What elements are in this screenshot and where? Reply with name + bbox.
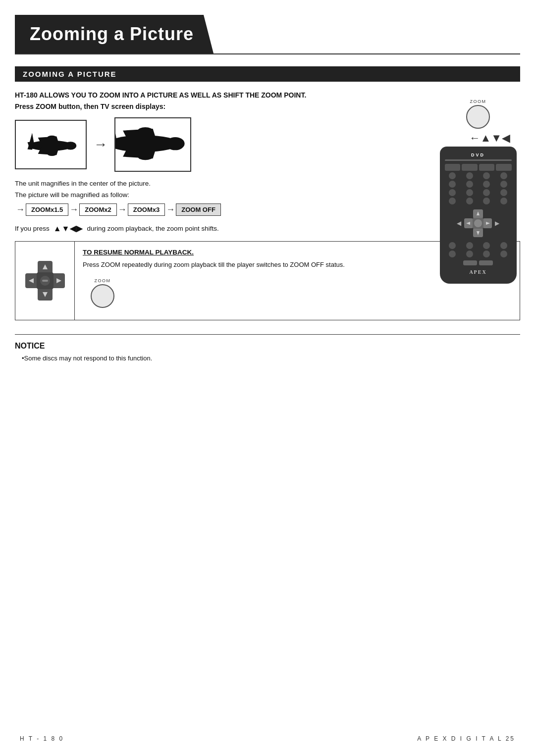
seq-arrow3: → — [118, 204, 127, 215]
remote-round-12 — [500, 189, 507, 196]
remote-transport — [445, 260, 512, 265]
remote-top-bar — [445, 159, 512, 161]
plane-small-image — [15, 120, 87, 169]
zoom-arrow-icon: → — [94, 137, 107, 152]
svg-point-17 — [138, 127, 153, 134]
remote-arrow-indicator: ←▲▼◀ — [436, 132, 510, 145]
remote-bot-5 — [449, 251, 456, 257]
remote-bot-1 — [449, 242, 456, 249]
remote-btn-2 — [462, 164, 478, 171]
remote-dpad-area: ◀ ▶ — [445, 208, 512, 238]
zoom-circle-button — [91, 284, 114, 308]
remote-control: ZOOM ←▲▼◀ DVD — [436, 99, 520, 284]
remote-btn-4 — [496, 164, 512, 171]
remote-logo: DVD — [445, 151, 512, 157]
remote-zoom-label: ZOOM — [436, 99, 520, 104]
dpad-image — [15, 242, 75, 320]
remote-transport-2 — [479, 260, 493, 265]
zoom-off: ZOOM OFF — [176, 203, 221, 216]
svg-point-34 — [474, 219, 482, 227]
if-you-press-label: If you press — [15, 225, 50, 232]
remote-round-4 — [500, 172, 507, 179]
section-bar: ZOOMING A PICTURE — [15, 66, 520, 82]
remote-right-icon: ▶ — [495, 220, 499, 227]
remote-round-14 — [466, 198, 473, 204]
remote-round-16 — [500, 198, 507, 204]
svg-marker-6 — [28, 146, 34, 150]
svg-point-1 — [65, 142, 77, 150]
remote-round-1 — [449, 172, 456, 179]
remote-bot-8 — [500, 251, 507, 257]
page-footer: H T - 1 8 0 A P E X D I G I T A L 25 — [0, 735, 535, 742]
remote-bottom-buttons — [445, 242, 512, 257]
remote-transport-1 — [463, 260, 477, 265]
notice-title: NOTICE — [15, 342, 520, 351]
svg-point-10 — [166, 137, 185, 150]
remote-bot-2 — [466, 242, 473, 249]
zoom-step-3: ZOOMx3 — [128, 203, 165, 216]
svg-point-16 — [138, 153, 153, 160]
zoom-step-2: ZOOMx2 — [79, 203, 116, 216]
remote-bot-4 — [500, 242, 507, 249]
remote-round-15 — [483, 198, 490, 204]
svg-point-8 — [47, 135, 56, 139]
remote-round-5 — [449, 181, 456, 188]
remote-zoom-circle — [466, 105, 490, 129]
zoom-step-1: ZOOMx1.5 — [26, 203, 68, 216]
remote-bot-7 — [483, 251, 490, 257]
notice-item: •Some discs may not respond to this func… — [22, 354, 520, 362]
remote-round-10 — [466, 189, 473, 196]
svg-point-7 — [47, 151, 56, 155]
plane-large-image — [114, 117, 191, 172]
remote-bot-6 — [466, 251, 473, 257]
remote-round-11 — [483, 189, 490, 196]
remote-dpad — [463, 208, 493, 238]
remote-round-7 — [483, 181, 490, 188]
header-rule — [15, 53, 520, 54]
zoom-circle-area: ZOOM — [83, 278, 122, 308]
remote-top-buttons — [445, 164, 512, 204]
remote-round-13 — [449, 198, 456, 204]
remote-btn-1 — [445, 164, 461, 171]
seq-arrow1: → — [16, 204, 25, 215]
page-title: Zooming a Picture — [15, 15, 214, 53]
remote-apex-logo: APEX — [445, 269, 512, 275]
zoom-circle-label: ZOOM — [83, 278, 122, 283]
remote-zoom-label-area: ZOOM — [436, 99, 520, 129]
remote-round-9 — [449, 189, 456, 196]
footer-left: H T - 1 8 0 — [20, 735, 64, 742]
nav-description: during zoom playback, the zoom point shi… — [87, 225, 218, 232]
remote-left-icon: ◀ — [457, 220, 461, 227]
remote-round-3 — [483, 172, 490, 179]
svg-rect-28 — [42, 280, 48, 282]
remote-round-2 — [466, 172, 473, 179]
footer-right: A P E X D I G I T A L 25 — [417, 735, 515, 742]
seq-arrow2: → — [69, 204, 78, 215]
remote-round-6 — [466, 181, 473, 188]
remote-bot-3 — [483, 242, 490, 249]
seq-arrow4: → — [166, 204, 175, 215]
remote-round-8 — [500, 181, 507, 188]
notice-section: NOTICE •Some discs may not respond to th… — [15, 334, 520, 362]
remote-btn-3 — [479, 164, 495, 171]
direction-arrows-icon: ▲▼◀▶ — [54, 224, 83, 233]
remote-body: DVD ◀ — [440, 147, 517, 284]
